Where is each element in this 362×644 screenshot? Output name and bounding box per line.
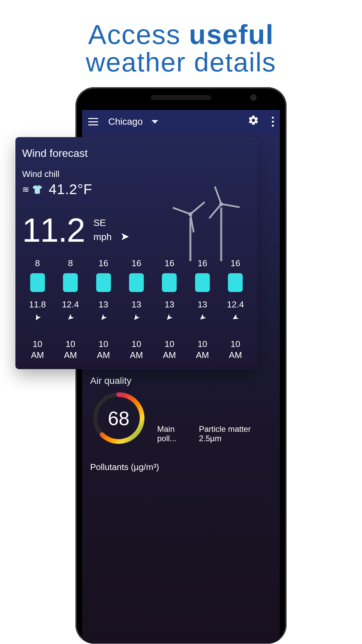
gust-value: 16 <box>132 258 141 269</box>
hour-label: 10AM <box>31 339 44 360</box>
wind-bar <box>63 273 78 292</box>
hourly-column[interactable]: 811.8➤10AM <box>22 258 53 360</box>
hourly-column[interactable]: 1613➤10AM <box>88 258 119 360</box>
wind-bar <box>195 273 210 292</box>
hourly-column[interactable]: 1613➤10AM <box>154 258 185 360</box>
promo-line1-prefix: Access <box>88 19 189 50</box>
wind-bar <box>30 273 45 292</box>
wind-direction-arrow-icon: ➤ <box>120 229 129 244</box>
gust-value: 8 <box>35 258 40 269</box>
wind-bar <box>96 273 111 292</box>
hour-label: 10AM <box>130 339 143 360</box>
main-pollutant-label: Main poll... <box>157 424 194 443</box>
card-title: Wind forecast <box>22 147 251 160</box>
wind-bar <box>162 273 177 292</box>
wind-bar <box>228 273 243 292</box>
wind-speed-value: 11.2 <box>22 211 85 249</box>
hourly-column[interactable]: 1613➤10AM <box>187 258 218 360</box>
direction-arrow-icon: ➤ <box>32 312 43 323</box>
speed-value: 12.4 <box>227 299 244 310</box>
direction-arrow-icon: ➤ <box>98 312 109 323</box>
speed-value: 13 <box>165 299 174 310</box>
hourly-wind-row[interactable]: 811.8➤10AM812.4➤10AM1613➤10AM1613➤10AM16… <box>22 258 251 360</box>
wind-chill-value: 41.2°F <box>49 181 92 197</box>
promo-line2: weather details <box>0 47 362 78</box>
promo-heading: Access useful weather details <box>0 0 362 78</box>
gust-value: 16 <box>165 258 174 269</box>
speed-value: 13 <box>197 299 207 310</box>
direction-arrow-icon: ➤ <box>164 312 175 324</box>
speed-value: 13 <box>132 299 141 310</box>
wind-turbine-illustration <box>184 194 251 261</box>
pollutants-title: Pollutants (µg/m³) <box>90 462 272 472</box>
phone-speaker <box>151 95 211 100</box>
location-dropdown[interactable]: Chicago <box>108 116 158 127</box>
air-quality-section: Air quality <box>90 375 272 472</box>
direction-arrow-icon: ➤ <box>197 312 208 324</box>
hour-label: 10AM <box>64 339 77 360</box>
main-pollutant-value: Particle matter 2.5µm <box>199 424 272 443</box>
gust-value: 16 <box>99 258 108 269</box>
app-bar: Chicago <box>82 110 280 133</box>
hour-label: 10AM <box>163 339 176 360</box>
speed-value: 11.8 <box>29 299 46 310</box>
speed-value: 13 <box>99 299 108 310</box>
air-quality-title: Air quality <box>90 375 272 386</box>
wind-chill-icon: ≋ 👕 <box>22 184 43 195</box>
promo-line1-bold: useful <box>189 19 274 50</box>
gust-value: 8 <box>68 258 73 269</box>
gear-icon[interactable] <box>248 115 259 129</box>
wind-forecast-card: Wind forecast Wind chill ≋ 👕 41.2°F 11.2… <box>15 137 257 369</box>
wind-bar <box>129 273 144 292</box>
overflow-menu-icon[interactable] <box>272 117 274 127</box>
hourly-column[interactable]: 1612.4➤10AM <box>220 258 251 360</box>
speed-value: 12.4 <box>62 299 79 310</box>
hourly-column[interactable]: 1613➤10AM <box>121 258 152 360</box>
wind-direction: SE <box>94 217 129 229</box>
chevron-down-icon <box>152 120 158 124</box>
direction-arrow-icon: ➤ <box>65 312 76 324</box>
hour-label: 10AM <box>196 339 209 360</box>
hourly-column[interactable]: 812.4➤10AM <box>55 258 85 360</box>
phone-camera <box>250 95 256 101</box>
hour-label: 10AM <box>97 339 110 360</box>
location-name: Chicago <box>108 116 143 127</box>
aqi-value: 68 <box>90 390 147 447</box>
wind-chill-label: Wind chill <box>22 169 251 179</box>
wind-unit: mph ➤ <box>94 229 129 244</box>
direction-arrow-icon: ➤ <box>131 312 142 323</box>
menu-icon[interactable] <box>88 118 98 125</box>
direction-arrow-icon: ➤ <box>230 312 241 324</box>
aqi-gauge: 68 <box>90 390 147 447</box>
hour-label: 10AM <box>229 339 242 360</box>
